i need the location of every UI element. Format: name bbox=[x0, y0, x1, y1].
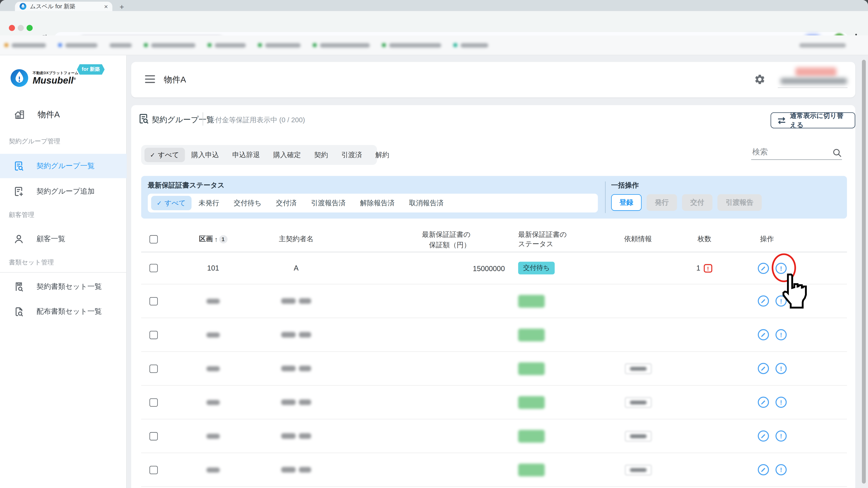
gear-icon[interactable] bbox=[754, 73, 766, 85]
filter-tab-1[interactable]: 購入申込 bbox=[185, 150, 226, 160]
blurred-name bbox=[281, 467, 296, 473]
table-row: 101 A 15000000 交付待ち 1 ! bbox=[141, 252, 847, 285]
filter-tab-2[interactable]: 申込辞退 bbox=[226, 150, 267, 160]
row-checkbox[interactable] bbox=[150, 398, 158, 406]
guarantee-chip-2[interactable]: 交付待ち bbox=[226, 198, 269, 208]
edit-icon[interactable] bbox=[757, 262, 770, 274]
svg-text:!: ! bbox=[780, 365, 782, 372]
edit-icon[interactable] bbox=[757, 295, 770, 307]
bookmark-item[interactable] bbox=[258, 43, 301, 47]
guarantee-chip-3[interactable]: 交付済 bbox=[269, 198, 304, 208]
section-label-contract-group: 契約グループ管理 bbox=[9, 137, 60, 145]
sidebar-item-dist-docset-list[interactable]: 配布書類セット一覧 bbox=[0, 299, 127, 324]
guarantee-filter-chips: ✓すべて未発行交付待ち交付済引渡報告済解除報告済取消報告済 bbox=[148, 194, 598, 213]
sidebar-item-contract-docset-list[interactable]: 契約書類セット一覧 bbox=[0, 274, 127, 299]
alert-icon[interactable]: ! bbox=[775, 329, 787, 341]
edit-icon[interactable] bbox=[757, 430, 770, 442]
bookmark-item[interactable] bbox=[144, 43, 195, 47]
bookmark-item[interactable] bbox=[313, 43, 370, 47]
switch-view-button[interactable]: 通常表示に切り替える bbox=[771, 112, 855, 128]
alert-icon[interactable]: ! bbox=[775, 362, 787, 375]
bookmark-item[interactable] bbox=[453, 43, 488, 47]
count-alert-icon[interactable]: ! bbox=[704, 264, 713, 272]
alert-icon[interactable]: ! bbox=[775, 396, 787, 408]
svg-text:!: ! bbox=[780, 331, 782, 338]
guarantee-chip-4[interactable]: 引渡報告済 bbox=[304, 198, 353, 208]
edit-icon[interactable] bbox=[757, 396, 770, 408]
column-kukaku[interactable]: 区画 ↑ 1 bbox=[199, 235, 227, 244]
status-filter-tabs: ✓すべて購入申込申込辞退購入確定契約引渡済解約 bbox=[141, 145, 377, 165]
search-icon[interactable] bbox=[833, 148, 842, 158]
row-checkbox[interactable] bbox=[150, 432, 158, 440]
filter-tab-4[interactable]: 契約 bbox=[308, 150, 335, 160]
app-logo[interactable]: 不動産DXプラットフォーム Musubell® bbox=[10, 69, 79, 87]
section-label-docset: 書類セット管理 bbox=[9, 258, 54, 267]
sidebar-item-contract-group-add[interactable]: 契約グループ追加 bbox=[0, 179, 127, 203]
content-card: 契約グループ一覧 手付金等保証用表示中 (0 / 200) 通常表示に切り替える… bbox=[131, 105, 855, 488]
app-root: 不動産DXプラットフォーム Musubell® for 新築 物件A 契約グルー… bbox=[0, 56, 868, 488]
tab-close-icon[interactable]: × bbox=[104, 3, 108, 10]
blurred-kukaku bbox=[207, 467, 220, 472]
row-checkbox[interactable] bbox=[150, 297, 158, 305]
guarantee-chip-5[interactable]: 解除報告済 bbox=[353, 198, 402, 208]
browser-tab[interactable]: ムスベル for 新築 × bbox=[15, 2, 113, 11]
new-tab-button[interactable]: + bbox=[120, 2, 124, 11]
file-search-icon bbox=[13, 306, 24, 317]
main-area: 物件A 契約グループ一覧 手付金等保証用表示中 (0 / 200) bbox=[127, 56, 868, 488]
row-checkbox[interactable] bbox=[150, 264, 158, 272]
sidebar-property[interactable]: 物件A bbox=[13, 108, 60, 121]
bulk-op-button-0[interactable]: 登録 bbox=[611, 194, 642, 211]
filter-tab-6[interactable]: 解約 bbox=[369, 150, 396, 160]
bookmark-item[interactable] bbox=[208, 43, 246, 47]
list-search-icon bbox=[138, 113, 150, 124]
status-badge: 交付待ち bbox=[518, 262, 555, 274]
scrollbar-thumb[interactable] bbox=[862, 60, 866, 484]
bookmark-blurred-right[interactable] bbox=[799, 43, 846, 47]
edit-icon[interactable] bbox=[757, 464, 770, 476]
filter-tab-0[interactable]: ✓すべて bbox=[145, 148, 185, 162]
guarantee-chip-6[interactable]: 取消報告済 bbox=[402, 198, 451, 208]
bookmark-favicon bbox=[4, 43, 8, 47]
check-icon: ✓ bbox=[150, 151, 155, 158]
column-amount: 最新保証証書の 保証額（円） bbox=[422, 230, 470, 249]
table-row: ! bbox=[141, 352, 847, 386]
alert-icon[interactable]: ! bbox=[775, 464, 787, 476]
check-icon: ✓ bbox=[157, 199, 162, 207]
breadcrumb-divider bbox=[203, 112, 203, 126]
building-icon bbox=[13, 108, 26, 121]
row-checkbox[interactable] bbox=[150, 465, 158, 474]
select-all-checkbox[interactable] bbox=[150, 235, 158, 243]
guarantee-chip-0[interactable]: ✓すべて bbox=[151, 196, 191, 210]
blurred-name bbox=[281, 298, 296, 304]
window-zoom-button[interactable] bbox=[27, 25, 33, 31]
bookmark-item[interactable] bbox=[4, 43, 46, 47]
row-checkbox[interactable] bbox=[150, 331, 158, 339]
bulk-op-button-3: 引渡報告 bbox=[717, 194, 762, 211]
filter-tab-3[interactable]: 購入確定 bbox=[267, 150, 308, 160]
blurred-name bbox=[281, 366, 296, 371]
bookmark-item[interactable] bbox=[382, 43, 441, 47]
blurred-request-pill bbox=[625, 363, 651, 373]
bookmark-item[interactable] bbox=[58, 43, 97, 47]
edit-icon[interactable] bbox=[757, 329, 770, 341]
sidebar-item-contract-group-list[interactable]: 契約グループ一覧 bbox=[0, 154, 127, 178]
filter-tab-5[interactable]: 引渡済 bbox=[335, 150, 369, 160]
alert-icon[interactable]: ! bbox=[775, 430, 787, 442]
bookmark-item[interactable] bbox=[110, 43, 132, 47]
guarantee-chip-1[interactable]: 未発行 bbox=[191, 198, 226, 208]
blurred-request-pill bbox=[625, 431, 651, 441]
panel-divider bbox=[605, 182, 606, 213]
search-input[interactable] bbox=[751, 146, 842, 160]
sidebar-item-customer-list[interactable]: 顧客一覧 bbox=[0, 227, 127, 251]
cell-amount: 15000000 bbox=[473, 264, 509, 272]
table-row: ! bbox=[141, 419, 847, 453]
window-close-button[interactable] bbox=[9, 25, 15, 31]
blurred-kukaku bbox=[207, 366, 220, 371]
bulk-ops-label: 一括操作 bbox=[611, 181, 639, 191]
guarantee-filter-label: 最新保証証書ステータス bbox=[148, 181, 224, 191]
window-minimize-button[interactable] bbox=[18, 25, 24, 31]
sidebar: 不動産DXプラットフォーム Musubell® for 新築 物件A 契約グルー… bbox=[0, 56, 127, 488]
row-checkbox[interactable] bbox=[150, 364, 158, 373]
edit-icon[interactable] bbox=[757, 362, 770, 375]
hamburger-menu-icon[interactable] bbox=[145, 75, 155, 85]
